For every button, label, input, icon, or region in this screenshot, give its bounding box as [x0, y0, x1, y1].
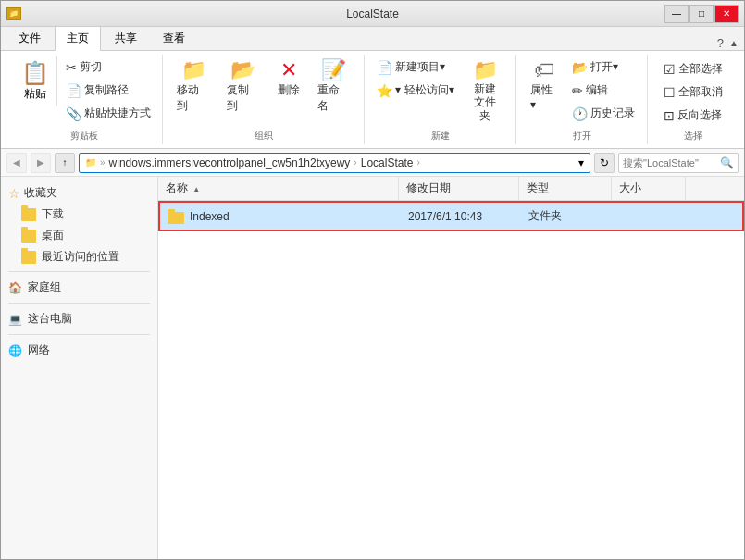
maximize-button[interactable]: □ [689, 5, 714, 23]
open-button[interactable]: 📂 打开▾ [567, 56, 639, 78]
history-button[interactable]: 🕐 历史记录 [567, 103, 639, 124]
delete-button[interactable]: ✕ 删除 [270, 56, 307, 102]
select-all-label: 全部选择 [678, 61, 723, 77]
file-name-indexed: Indexed [190, 210, 230, 223]
copy-path-icon: 📄 [66, 83, 81, 98]
forward-button[interactable]: ▶ [31, 153, 51, 173]
organize-group: 📁 移动到 📂 复制到 ✕ 删除 📝 重命名 组织 [163, 55, 365, 144]
file-row-indexed[interactable]: Indexed 2017/6/1 10:43 文件夹 [158, 201, 744, 231]
ribbon-tab-end: ? ▲ [717, 36, 739, 50]
tab-share[interactable]: 共享 [103, 26, 149, 50]
favorites-section: ☆ 收藏夹 下载 桌面 最近访问的位置 [1, 182, 157, 268]
open-label: 打开▾ [590, 59, 618, 75]
search-box: 🔍 [618, 153, 739, 173]
recent-label: 最近访问的位置 [42, 249, 119, 265]
clipboard-inner: 📋 粘贴 ✂ 剪切 📄 复制路径 📎 粘贴快捷方式 [14, 56, 155, 124]
sidebar-item-thispc[interactable]: 💻 这台电脑 [1, 307, 157, 330]
invert-selection-button[interactable]: ⊡ 反向选择 [659, 105, 727, 126]
window-title: LocalState [346, 7, 399, 20]
column-headers: 名称 ▲ 修改日期 类型 大小 [158, 177, 744, 201]
properties-button[interactable]: 🏷 属性▾ [524, 56, 564, 115]
open-group: 🏷 属性▾ 📂 打开▾ ✏ 编辑 🕐 历史记录 打开 [516, 55, 648, 144]
copy-path-label: 复制路径 [84, 82, 129, 98]
homegroup-icon: 🏠 [8, 281, 22, 294]
sidebar-item-recent[interactable]: 最近访问的位置 [1, 246, 157, 268]
favorites-label: 收藏夹 [24, 185, 57, 201]
deselect-all-icon: ☐ [664, 85, 676, 100]
main-area: ☆ 收藏夹 下载 桌面 最近访问的位置 🏠 家庭组 💻 这台电脑 [1, 177, 744, 560]
ribbon-tabs: 文件 主页 共享 查看 ? ▲ [1, 27, 744, 51]
cut-button[interactable]: ✂ 剪切 [61, 56, 155, 78]
deselect-all-button[interactable]: ☐ 全部取消 [659, 81, 727, 103]
chevron-up-icon[interactable]: ▲ [729, 38, 739, 48]
desktop-folder-icon [21, 230, 36, 243]
file-cell-type-indexed: 文件夹 [521, 206, 614, 226]
new-item-icon: 📄 [377, 60, 392, 75]
easy-access-button[interactable]: ⭐ ▾ 轻松访问▾ [372, 80, 458, 101]
window-icon: 📁 [6, 7, 21, 20]
organize-label: 组织 [255, 128, 273, 143]
select-inner: ☑ 全部选择 ☐ 全部取消 ⊡ 反向选择 [655, 56, 731, 128]
paste-shortcut-button[interactable]: 📎 粘贴快捷方式 [61, 103, 155, 124]
tab-view[interactable]: 查看 [151, 26, 197, 50]
copy-to-button[interactable]: 📂 复制到 [220, 56, 267, 118]
sort-arrow-name: ▲ [192, 185, 200, 193]
thispc-icon: 💻 [8, 313, 22, 326]
tab-file[interactable]: 文件 [6, 26, 53, 50]
search-icon[interactable]: 🔍 [720, 156, 734, 169]
properties-icon: 🏷 [534, 60, 554, 81]
sidebar-item-download[interactable]: 下载 [1, 204, 157, 225]
move-to-label: 移动到 [177, 82, 210, 114]
col-header-name[interactable]: 名称 ▲ [158, 177, 399, 200]
title-bar: 📁 LocalState — □ ✕ [1, 1, 744, 27]
open-icon: 📂 [572, 60, 588, 75]
edit-button[interactable]: ✏ 编辑 [567, 80, 639, 101]
col-header-type[interactable]: 类型 [519, 177, 612, 200]
favorites-header[interactable]: ☆ 收藏夹 [1, 182, 157, 204]
select-all-button[interactable]: ☑ 全部选择 [659, 58, 727, 80]
paste-label: 粘贴 [24, 86, 46, 102]
file-area: 名称 ▲ 修改日期 类型 大小 Indexed 2017/6/1 10:43 文… [158, 177, 744, 560]
move-to-button[interactable]: 📁 移动到 [170, 56, 217, 118]
search-input[interactable] [623, 157, 718, 168]
refresh-button[interactable]: ↻ [594, 153, 615, 173]
network-icon: 🌐 [8, 344, 22, 357]
paste-shortcut-icon: 📎 [66, 106, 81, 121]
up-button[interactable]: ↑ [55, 153, 75, 173]
easy-access-label: ▾ 轻松访问▾ [395, 82, 453, 98]
new-small: 📄 新建项目▾ ⭐ ▾ 轻松访问▾ [372, 56, 458, 101]
path-dropdown-icon[interactable]: ▾ [578, 156, 584, 169]
properties-label: 属性▾ [530, 82, 557, 111]
deselect-all-label: 全部取消 [678, 84, 723, 100]
col-header-date[interactable]: 修改日期 [399, 177, 519, 200]
sidebar-divider-1 [8, 271, 150, 272]
sidebar-item-homegroup[interactable]: 🏠 家庭组 [1, 276, 157, 299]
help-icon[interactable]: ? [717, 36, 724, 50]
file-cell-name: Indexed [160, 207, 401, 226]
edit-icon: ✏ [572, 83, 583, 98]
tab-home[interactable]: 主页 [55, 26, 101, 51]
rename-button[interactable]: 📝 重命名 [311, 56, 357, 118]
minimize-button[interactable]: — [664, 5, 689, 23]
back-button[interactable]: ◀ [6, 153, 27, 173]
download-label: 下载 [42, 206, 64, 222]
new-folder-button[interactable]: 📁 新建文件夹 [463, 56, 508, 126]
col-header-size[interactable]: 大小 [612, 177, 686, 200]
address-path[interactable]: 📁 » windows.immersivecontrolpanel_cw5n1h… [79, 153, 590, 173]
path-part-1[interactable]: windows.immersivecontrolpanel_cw5n1h2txy… [109, 156, 351, 169]
sidebar-item-network[interactable]: 🌐 网络 [1, 339, 157, 362]
easy-access-icon: ⭐ [377, 83, 392, 98]
close-button[interactable]: ✕ [714, 5, 739, 23]
open-small: 📂 打开▾ ✏ 编辑 🕐 历史记录 [567, 56, 639, 124]
copy-path-button[interactable]: 📄 复制路径 [61, 80, 155, 101]
path-part-2[interactable]: LocalState [361, 156, 414, 169]
path-sep-3: › [416, 157, 419, 168]
sidebar-item-desktop[interactable]: 桌面 [1, 225, 157, 246]
new-item-button[interactable]: 📄 新建项目▾ [372, 56, 458, 78]
window-controls: — □ ✕ [664, 5, 739, 23]
recent-folder-icon [21, 251, 36, 264]
new-folder-label: 新建文件夹 [469, 82, 502, 122]
download-folder-icon [21, 208, 36, 221]
paste-group: 📋 粘贴 [14, 56, 57, 106]
paste-button[interactable]: 📋 粘贴 [18, 58, 53, 104]
